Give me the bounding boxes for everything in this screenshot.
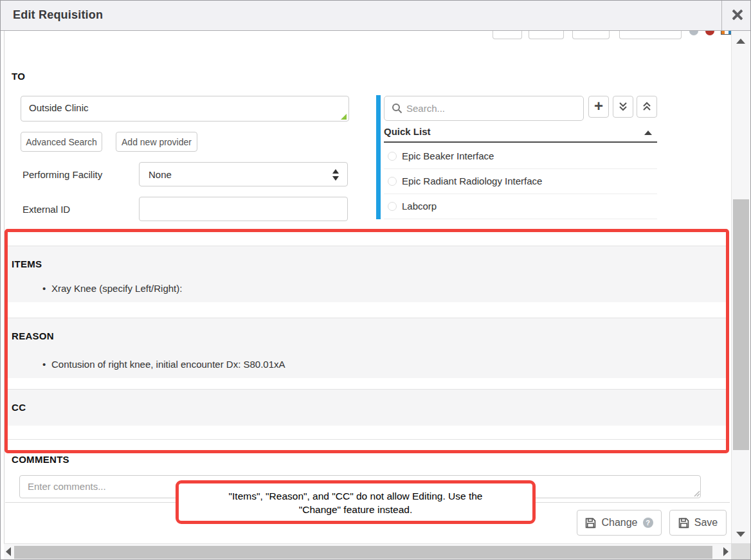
radio-icon[interactable] (388, 152, 397, 161)
save-button[interactable]: Save (669, 510, 727, 536)
quick-list-accent-bar (376, 95, 381, 219)
performing-facility-select[interactable]: None (139, 162, 348, 186)
modal-header: Edit Requisition (0, 0, 751, 31)
performing-facility-label: Performing Facility (23, 169, 102, 180)
help-icon[interactable]: ? (643, 518, 653, 528)
horizontal-scrollbar[interactable] (4, 543, 731, 560)
close-button[interactable] (721, 0, 751, 30)
provider-search-input[interactable] (406, 97, 580, 120)
annotation-line-1: "Items", "Reason", and "CC" do not allow… (179, 489, 532, 503)
external-id-label: External ID (23, 204, 70, 215)
advanced-search-button[interactable]: Advanced Search (21, 132, 102, 152)
chevron-double-up-icon (642, 102, 651, 112)
horizontal-scrollbar-thumb[interactable] (14, 546, 712, 559)
resize-handle-icon[interactable] (693, 490, 700, 497)
quick-list-title: Quick List (384, 126, 431, 137)
radio-icon[interactable] (388, 177, 397, 186)
quick-list-item-label: Epic Beaker Interface (402, 150, 494, 161)
partial-toolbar-button-3[interactable] (572, 31, 610, 39)
recipient-textarea[interactable]: Outside Clinic (21, 96, 349, 122)
reason-entry: Contusion of right knee, initial encount… (51, 359, 285, 370)
items-entry: Xray Knee (specify Left/Right): (51, 283, 182, 294)
scroll-down-icon[interactable] (736, 532, 745, 537)
scroll-up-icon[interactable] (736, 39, 745, 44)
provider-search-box (384, 96, 584, 121)
scroll-right-icon[interactable] (723, 547, 728, 556)
quick-list-item[interactable]: Epic Beaker Interface (384, 144, 657, 169)
scroll-left-icon[interactable] (6, 547, 11, 556)
reason-section-label: REASON (12, 330, 54, 341)
partial-toolbar-button-1[interactable] (493, 31, 522, 39)
annotation-line-2: "Change" feature instead. (179, 503, 532, 516)
to-section-label: TO (12, 71, 25, 82)
items-section-label: ITEMS (12, 258, 42, 269)
scrollbar-corner (731, 543, 751, 560)
collapse-all-button[interactable] (637, 96, 657, 118)
vertical-scrollbar[interactable] (731, 31, 750, 543)
cc-section-label: CC (12, 402, 26, 413)
external-id-input[interactable] (139, 197, 348, 221)
performing-facility-value: None (149, 169, 172, 180)
save-button-label: Save (694, 517, 718, 528)
quick-list-item-label: Labcorp (402, 201, 437, 212)
items-section: ITEMS Xray Knee (specify Left/Right): (7, 246, 727, 302)
save-icon (678, 518, 689, 528)
partial-red-icon (705, 31, 714, 35)
annotation-callout: "Items", "Reason", and "CC" do not allow… (176, 480, 536, 524)
partial-gray-icon (689, 31, 698, 35)
comments-label: COMMENTS (12, 454, 69, 465)
quick-list-item[interactable]: Labcorp (384, 194, 657, 219)
caret-up-icon (644, 131, 652, 135)
chevron-double-down-icon (619, 102, 628, 112)
radio-icon[interactable] (388, 202, 397, 211)
quick-list-item-label: Epic Radiant Radiology Interface (402, 176, 542, 186)
comments-divider (7, 439, 727, 440)
vertical-scrollbar-thumb[interactable] (733, 199, 749, 450)
quick-list-header[interactable]: Quick List (384, 125, 657, 143)
quick-list-item[interactable]: Epic Radiant Radiology Interface (384, 169, 657, 194)
add-provider-button[interactable]: + (588, 96, 609, 118)
change-button[interactable]: Change ? (577, 510, 662, 536)
save-icon (585, 518, 596, 528)
partial-toolbar-button-2[interactable] (529, 31, 564, 39)
cc-section: CC (7, 389, 727, 426)
partial-toolbar-button-4[interactable] (619, 31, 682, 39)
modal-title: Edit Requisition (13, 8, 103, 22)
search-icon (392, 103, 403, 114)
change-button-label: Change (601, 517, 637, 528)
resize-handle-icon[interactable] (341, 114, 347, 120)
expand-all-button[interactable] (613, 96, 633, 118)
select-arrows-icon (332, 168, 339, 181)
reason-section: REASON Contusion of right knee, initial … (7, 318, 727, 378)
add-new-provider-button[interactable]: Add new provider (116, 132, 197, 152)
close-icon (731, 9, 743, 21)
content-left-border (4, 31, 5, 543)
